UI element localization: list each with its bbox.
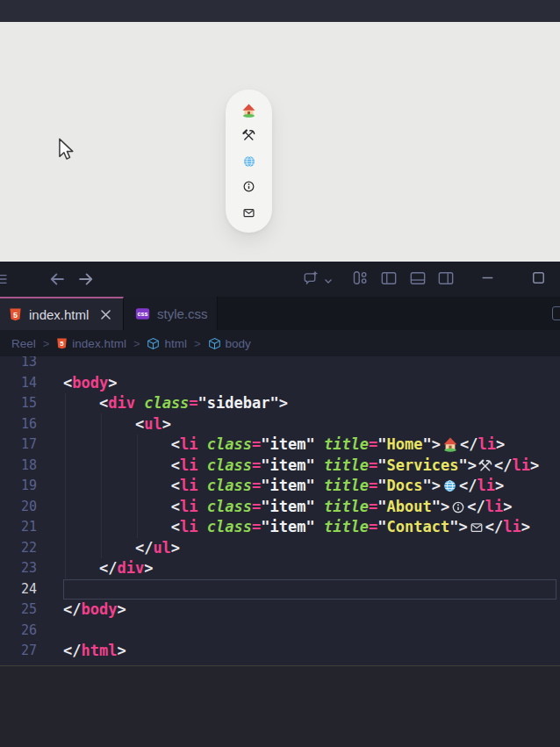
line-number: 25	[0, 600, 37, 621]
panel-right-icon	[438, 270, 454, 286]
code-line-25[interactable]: 25</body>	[0, 600, 560, 621]
panel-left-icon	[381, 270, 397, 286]
maximize-icon	[531, 270, 546, 285]
code-text	[63, 579, 556, 600]
line-number: 26	[0, 621, 37, 642]
line-number: 18	[0, 456, 37, 477]
sidebar-item-services[interactable]	[239, 125, 260, 146]
info-icon	[242, 180, 255, 193]
preview-sidebar-card	[226, 90, 272, 233]
code-text	[63, 621, 556, 642]
tab-style-css[interactable]: style.css	[124, 297, 218, 330]
code-line-15[interactable]: 15 <div class="sidebar">	[0, 393, 560, 414]
mouse-cursor-icon	[58, 138, 75, 162]
code-line-16[interactable]: 16 <ul>	[0, 414, 560, 435]
code-line-26[interactable]: 26	[0, 621, 560, 642]
code-line-14[interactable]: 14<body>	[0, 373, 560, 394]
breadcrumb: Reel > index.html > html > body	[0, 330, 560, 356]
globe-icon	[242, 154, 256, 169]
menu-button[interactable]	[0, 272, 8, 286]
line-number: 15	[0, 393, 37, 414]
sidebar-item-docs[interactable]	[239, 151, 260, 172]
code-text: <li class="item" title="Docs"></li>	[63, 476, 556, 497]
line-number: 16	[0, 414, 37, 435]
line-number: 23	[0, 558, 37, 579]
html5-icon	[9, 307, 22, 322]
toggle-sidebar-button[interactable]	[381, 270, 397, 290]
code-text: </div>	[63, 558, 556, 579]
back-button[interactable]	[48, 270, 66, 288]
breadcrumb-separator: >	[43, 337, 50, 350]
html5-icon	[56, 337, 68, 350]
info-icon	[451, 500, 465, 514]
toggle-panel-button[interactable]	[410, 270, 426, 290]
code-line-13[interactable]: 13	[0, 356, 560, 373]
breadcrumb-item-html[interactable]: html	[147, 337, 187, 350]
tab-index-html[interactable]: index.html	[0, 297, 124, 330]
mail-icon	[470, 521, 484, 535]
breadcrumb-separator: >	[133, 337, 140, 350]
code-text: <li class="item" title="Home"></li>	[63, 435, 556, 456]
vscode-titlebar: DARK CSS REELS	[0, 262, 560, 297]
tab-label: index.html	[29, 307, 89, 322]
code-editor[interactable]: 1314<body>15 <div class="sidebar">16 <ul…	[0, 356, 560, 665]
code-line-22[interactable]: 22 </ul>	[0, 538, 560, 559]
line-number: 19	[0, 476, 37, 497]
mail-icon	[242, 206, 255, 219]
minimize-icon	[480, 270, 495, 285]
minimize-button[interactable]	[480, 270, 495, 289]
css-icon	[135, 306, 150, 321]
tools-icon	[478, 459, 492, 473]
video-frame: DARK CSS REELS index.html style.css Reel…	[0, 0, 560, 747]
line-number: 21	[0, 517, 37, 538]
letterbox-top	[0, 0, 560, 22]
line-number: 24	[0, 579, 37, 600]
code-text: <body>	[63, 373, 556, 394]
code-text: </body>	[63, 600, 556, 621]
close-icon	[100, 309, 111, 320]
line-number: 20	[0, 497, 37, 518]
code-text: <div class="sidebar">	[63, 393, 556, 414]
arrow-left-icon	[48, 270, 66, 288]
panel-bottom-icon	[410, 270, 426, 286]
line-number: 17	[0, 435, 37, 456]
line-number: 27	[0, 641, 37, 662]
sidebar-item-contact[interactable]	[239, 202, 260, 223]
breadcrumb-item-index-html[interactable]: index.html	[56, 337, 126, 350]
copilot-menu-chevron[interactable]	[323, 274, 334, 290]
code-text: <li class="item" title="Services"></li>	[63, 456, 556, 477]
symbol-element-icon	[147, 337, 160, 350]
code-line-21[interactable]: 21 <li class="item" title="Contact"></li…	[0, 517, 560, 538]
copilot-icon	[304, 270, 319, 285]
split-editor-icon[interactable]	[552, 306, 560, 320]
toggle-secondary-sidebar-button[interactable]	[438, 270, 454, 290]
globe-icon	[442, 478, 457, 493]
sidebar-item-home[interactable]	[239, 99, 260, 120]
code-line-17[interactable]: 17 <li class="item" title="Home"></li>	[0, 435, 560, 456]
code-line-20[interactable]: 20 <li class="item" title="About"></li>	[0, 497, 560, 518]
tools-icon	[242, 129, 255, 142]
browser-preview	[0, 22, 560, 262]
code-text: </ul>	[63, 538, 556, 559]
code-line-19[interactable]: 19 <li class="item" title="Docs"></li>	[0, 476, 560, 497]
home-icon	[241, 103, 256, 118]
code-line-27[interactable]: 27</html>	[0, 641, 560, 662]
hamburger-icon	[0, 272, 8, 286]
breadcrumb-item-body[interactable]: body	[208, 337, 251, 350]
editor-tabbar: index.html style.css	[0, 297, 560, 330]
layout-grid-icon	[353, 270, 368, 285]
maximize-button[interactable]	[531, 270, 546, 289]
line-number: 14	[0, 373, 37, 394]
tab-label: style.css	[157, 306, 208, 321]
code-text: <li class="item" title="Contact"></li>	[63, 517, 556, 538]
customize-layout-button[interactable]	[353, 270, 368, 289]
code-line-18[interactable]: 18 <li class="item" title="Services"></l…	[0, 456, 560, 477]
chevron-down-icon	[323, 276, 334, 286]
code-line-23[interactable]: 23 </div>	[0, 558, 560, 579]
copilot-button[interactable]	[304, 270, 319, 289]
forward-button[interactable]	[77, 270, 95, 288]
code-line-24[interactable]: 24	[0, 579, 560, 600]
close-tab-button[interactable]	[100, 309, 111, 320]
sidebar-item-about[interactable]	[239, 176, 260, 198]
breadcrumb-item-reel[interactable]: Reel	[11, 337, 36, 350]
